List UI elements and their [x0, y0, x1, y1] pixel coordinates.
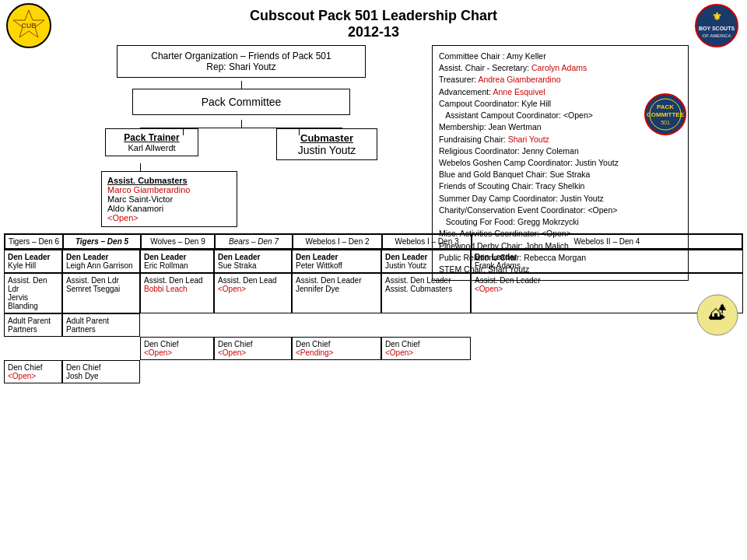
stem-chair: STEM Chair: Shari Youtz	[439, 264, 682, 275]
connector2	[241, 120, 242, 128]
chief-name-1: Josh Dye	[66, 372, 136, 380]
den-webelos2: Webelos I – Den 2	[293, 234, 382, 249]
den-wolves9-label: Wolves – Den 9	[150, 237, 205, 246]
svg-text:501: 501	[661, 120, 670, 125]
chief-label-4: Den Chief	[296, 340, 377, 348]
adult-partners-0: Adult Parent Partners	[4, 313, 62, 337]
leader-label-1: Den Leader	[66, 253, 136, 261]
den-tigers5: Tigers – Den 5	[63, 234, 141, 249]
assist-name-6: <Open>	[475, 285, 739, 293]
svg-text:CUB: CUB	[21, 22, 37, 30]
svg-text:BOY SCOUTS: BOY SCOUTS	[699, 26, 735, 31]
friends-scouting: Friends of Scouting Chair: Tracy Shelkin	[439, 180, 682, 192]
den-bears7: Bears – Den 7	[215, 234, 293, 249]
assist-label-4: Assist. Den Leader	[296, 276, 377, 285]
empty-chief-t5	[62, 337, 140, 360]
empty-bears-adult	[214, 313, 292, 337]
assist-cubmasters-box: Assist. Cubmasters Marco Giamberardino M…	[101, 171, 237, 227]
leader-peter-wittkoff: Den Leader Peter Wittkoff	[292, 250, 381, 273]
adult-parent-row: Adult Parent Partners Adult Parent Partn…	[4, 313, 743, 337]
leader-eric-rollman: Den Leader Eric Rollman	[140, 250, 214, 273]
title-line2: 2012-13	[0, 24, 747, 40]
assist-cubmaster-2: Marc Saint-Victor	[107, 194, 231, 204]
leader-label-3: Den Leader	[218, 253, 288, 261]
chief-bears-open: Den Chief <Open>	[214, 337, 292, 360]
den-chief-bottom-row: Den Chief <Open> Den Chief Josh Dye	[4, 360, 743, 383]
adult-partners-1: Adult Parent Partners	[62, 313, 140, 337]
leader-name-3: Sue Straka	[218, 261, 288, 270]
blue-gold: Blue and Gold Banquet Chair: Sue Straka	[439, 169, 682, 180]
assist-cubmasters-title: Assist. Cubmasters	[107, 176, 231, 185]
treasurer: Treasurer: Andrea Giamberardino	[439, 74, 682, 86]
den-tigers6: Tigers – Den 6	[5, 234, 63, 249]
chief-label-1: Den Chief	[66, 363, 136, 372]
leader-kyle-hill: Den Leader Kyle Hill	[4, 250, 62, 273]
assist-cubmaster-4: <Open>	[107, 213, 231, 222]
chief-label-0: Den Chief	[8, 363, 58, 372]
connector3	[140, 163, 141, 171]
assist-name-2: Bobbi Leach	[144, 285, 210, 293]
pack-committee-label: Pack Committee	[202, 96, 282, 108]
assist-name-0: Jervis Blanding	[8, 293, 58, 310]
chief-tigers6-open: Den Chief <Open>	[4, 360, 62, 383]
charity-event: Charity/Conservation Event Coordinator: …	[439, 205, 682, 216]
assist-semret: Assist. Den Ldr Semret Tseggai	[62, 273, 140, 313]
assist-label-0: Assist. Den Ldr	[8, 276, 58, 293]
pack-committee-box: Pack Committee	[132, 89, 350, 115]
adult-label-0: Adult Parent Partners	[8, 317, 58, 334]
cubmaster-name: Justin Youtz	[283, 144, 370, 156]
assist-bobbi: Assist. Den Lead Bobbi Leach	[140, 273, 214, 313]
scouting-food: Scouting For Food: Gregg Mokrzycki	[439, 216, 682, 228]
empty-chief-w4	[471, 337, 743, 360]
chief-name-0: <Open>	[8, 372, 58, 380]
empty-bottom-rest	[140, 360, 743, 383]
empty-w4-adult: 🏕	[471, 313, 743, 337]
chief-name-4: <Pending>	[296, 348, 377, 357]
assist-open-bears: Assist. Den Lead <Open>	[214, 273, 292, 313]
assist-name-1: Semret Tseggai	[66, 285, 136, 293]
assist-name-4: Jennifer Dye	[296, 285, 377, 293]
h-split	[140, 128, 342, 128]
assist-jennifer-dye: Assist. Den Leader Jennifer Dye	[292, 273, 381, 313]
leader-leigh-ann: Den Leader Leigh Ann Garrison	[62, 250, 140, 273]
pack-committee-logo: PACK COMMITTEE 501	[644, 93, 687, 136]
empty-chief-t6	[4, 337, 62, 360]
assist-label-1: Assist. Den Ldr	[66, 276, 136, 285]
chief-name-5: <Open>	[385, 348, 467, 357]
leader-label-4: Den Leader	[296, 253, 377, 261]
svg-text:COMMITTEE: COMMITTEE	[647, 111, 685, 118]
misc-activities: Misc. Activities Coordinator: <Open>	[439, 228, 682, 240]
den-bears7-label: Bears – Den 7	[229, 237, 279, 246]
charter-box: Charter Organization – Friends of Pack 5…	[117, 45, 366, 78]
assist-name-3: <Open>	[218, 285, 288, 293]
charter-line1: Charter Organization – Friends of Pack 5…	[125, 51, 357, 61]
pack-trainer-box: Pack Trainer Karl Allwerdt	[105, 128, 198, 156]
chief-w2-pending: Den Chief <Pending>	[292, 337, 381, 360]
svg-text:PACK: PACK	[657, 103, 674, 110]
chief-name-3: <Open>	[218, 348, 288, 357]
assist-label-2: Assist. Den Lead	[144, 276, 210, 285]
leader-label-2: Den Leader	[144, 253, 210, 261]
leader-sue-straka: Den Leader Sue Straka	[214, 250, 292, 273]
title-line1: Cubscout Pack 501 Leadership Chart	[0, 8, 747, 24]
leader-label-0: Den Leader	[8, 253, 58, 261]
svg-text:OF AMERICA: OF AMERICA	[702, 33, 731, 38]
pack-trainer-name: Karl Allwerdt	[112, 143, 191, 152]
left-branch-down	[183, 128, 184, 135]
assist-name-5: Assist. Cubmasters	[385, 285, 467, 293]
chief-name-2: <Open>	[144, 348, 210, 357]
chief-tigers5-joshdye: Den Chief Josh Dye	[62, 360, 140, 383]
assist-jervis: Assist. Den Ldr Jervis Blanding	[4, 273, 62, 313]
chief-w3-open: Den Chief <Open>	[381, 337, 471, 360]
public-relations: Public Relations Chair: Rebecca Morgan	[439, 252, 682, 264]
assist-cubmaster-1: Marco Giamberardino	[107, 185, 231, 194]
webelos-goshen: Webelos Goshen Camp Coordinator: Justin …	[439, 157, 682, 169]
cubmaster-box: Cubmaster Justin Youtz	[276, 128, 377, 160]
chief-label-5: Den Chief	[385, 340, 467, 348]
committee-chair: Committee Chair : Amy Keller	[439, 51, 682, 62]
empty-w3-adult	[381, 313, 471, 337]
summer-day-camp: Summer Day Camp Coordinator: Justin Yout…	[439, 193, 682, 205]
cubmaster-title: Cubmaster	[283, 132, 370, 144]
connector1	[241, 81, 242, 89]
leader-name-4: Peter Wittkoff	[296, 261, 377, 270]
